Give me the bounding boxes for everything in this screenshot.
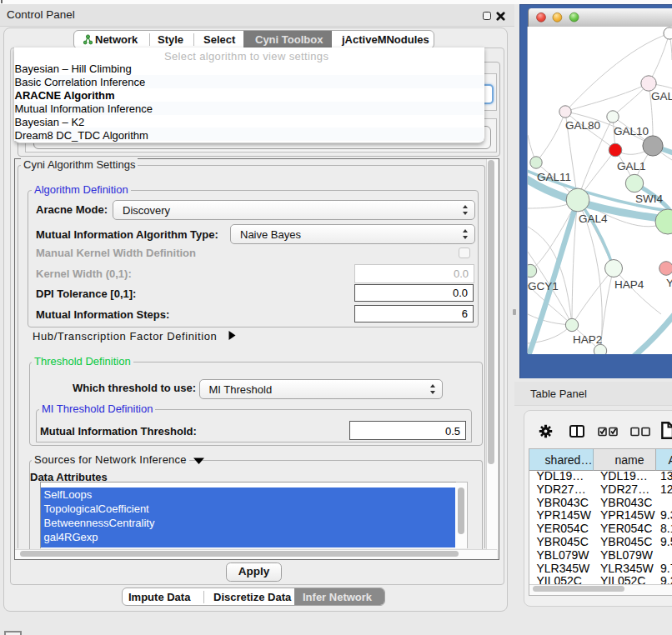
svg-text:GCY1: GCY1 <box>528 280 559 292</box>
svg-text:GAL11: GAL11 <box>537 171 571 183</box>
svg-text:GAL10: GAL10 <box>614 125 649 138</box>
svg-text:GAL4: GAL4 <box>579 212 608 225</box>
svg-text:GAL7: GAL7 <box>651 90 672 102</box>
svg-text:GAL80: GAL80 <box>565 119 600 132</box>
svg-text:HAP2: HAP2 <box>573 333 602 346</box>
svg-text:HAP4: HAP4 <box>614 278 644 291</box>
svg-text:SWI4: SWI4 <box>635 192 663 205</box>
svg-text:YJ: YJ <box>666 277 672 289</box>
svg-text:GAL1: GAL1 <box>617 160 646 172</box>
